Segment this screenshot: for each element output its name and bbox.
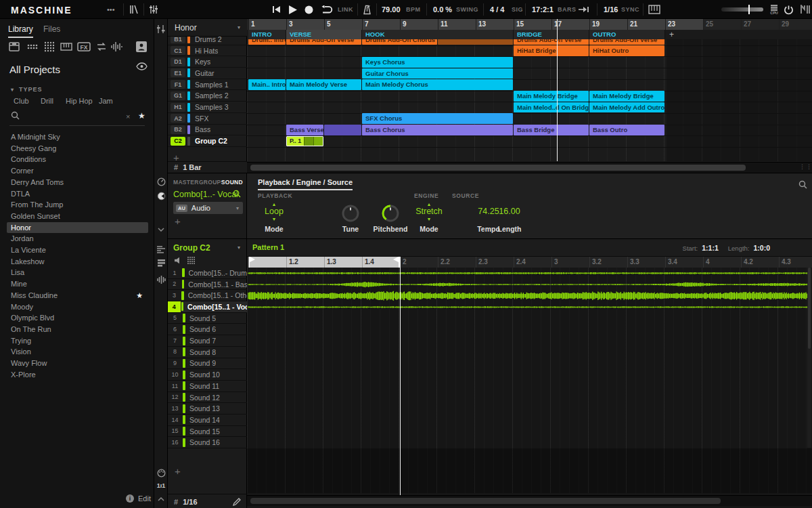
sound-name[interactable]: Sound 7 <box>189 337 216 345</box>
loop-end-flag[interactable] <box>393 257 400 268</box>
type-chip-drill[interactable]: Drill <box>41 97 53 105</box>
project-item[interactable]: Mine <box>7 278 148 290</box>
sound-row-1[interactable]: 1Combo[15..- Drums <box>168 268 247 279</box>
project-item[interactable]: Trying <box>7 335 148 347</box>
group-row-D1[interactable]: D1Keys <box>168 56 247 68</box>
collapse-bottom-icon[interactable] <box>154 497 168 501</box>
power-icon[interactable] <box>784 3 794 16</box>
group-name-header[interactable]: Group C2 <box>173 243 210 253</box>
restart-icon[interactable] <box>272 3 281 16</box>
type-chip-jam[interactable]: Jam <box>99 97 113 105</box>
channel-icon[interactable] <box>154 177 168 186</box>
project-item[interactable]: On The Run <box>7 324 148 335</box>
project-item[interactable]: Lisa <box>7 267 148 278</box>
group-name[interactable]: Bass <box>195 125 210 133</box>
metronome-icon[interactable] <box>362 3 372 16</box>
tab-library[interactable]: Library <box>8 24 33 38</box>
group-row-E1[interactable]: E1Guitar <box>168 68 247 79</box>
clip-main-melody-bridge[interactable]: Main Melody Bridge <box>514 91 589 102</box>
sound-number[interactable]: 11 <box>168 381 182 392</box>
loop-icon[interactable] <box>319 3 334 16</box>
clip-keys-chorus[interactable]: Keys Chorus <box>362 57 513 68</box>
sound-number[interactable]: 8 <box>168 346 182 358</box>
group-badge[interactable]: G1 <box>171 91 185 100</box>
add-sound-button[interactable]: + <box>175 465 181 477</box>
sound-number[interactable]: 7 <box>168 335 182 347</box>
sound-row-14[interactable]: 14Sound 14 <box>168 415 247 426</box>
sound-name[interactable]: Sound 5 <box>189 314 216 322</box>
ideas-view-icon[interactable] <box>154 24 168 34</box>
sound-row-13[interactable]: 13Sound 13 <box>168 403 247 415</box>
arranger-playhead[interactable] <box>557 19 558 161</box>
filter-instruments-icon[interactable] <box>60 41 72 53</box>
type-chip-hiphop[interactable]: Hip Hop <box>66 97 93 105</box>
project-item[interactable]: Moody <box>7 301 148 313</box>
project-item[interactable]: DTLA <box>7 188 148 200</box>
more-menu-icon[interactable]: ••• <box>107 3 115 16</box>
clip-bass-chorus[interactable]: Bass Chorus <box>362 125 513 135</box>
sound-row-16[interactable]: 16Sound 16 <box>168 438 247 449</box>
sound-name[interactable]: Combo[15..1 - Bass <box>188 280 247 289</box>
sound-row-3[interactable]: 3Combo[15..1 - Other <box>168 290 247 301</box>
arranger-hscrollbar[interactable]: ⋮⋮⋮ <box>247 162 812 173</box>
sound-name[interactable]: Combo[15..1 - Vocal <box>187 303 247 311</box>
sound-number[interactable]: 10 <box>168 369 182 381</box>
sound-name[interactable]: Sound 15 <box>189 427 220 436</box>
stretch-mode-param[interactable]: ▲ Stretch ▼ <box>409 202 449 221</box>
edit-label[interactable]: Edit <box>138 494 151 503</box>
sound-number[interactable]: 9 <box>168 358 182 369</box>
sound-name[interactable]: Combo[15..- Drums <box>189 269 247 277</box>
group-name[interactable]: Samples 2 <box>195 91 229 100</box>
sound-row-11[interactable]: 11Sound 11 <box>168 381 247 392</box>
filter-sounds-icon[interactable] <box>43 41 55 53</box>
project-item[interactable]: Vision <box>7 346 148 358</box>
project-item[interactable]: Corner <box>7 165 148 177</box>
arranger-view-icon[interactable] <box>154 245 168 253</box>
sound-row-10[interactable]: 10Sound 10 <box>168 369 247 381</box>
clip-bass-verse[interactable]: Bass Verse <box>286 125 323 135</box>
group-quantize-value[interactable]: 1 Bar <box>183 163 202 171</box>
pad-grid-icon[interactable] <box>187 256 196 265</box>
plugin-slot-dropdown[interactable]: AU Audio ▾ <box>173 202 243 214</box>
pattern-quantize-value[interactable]: 1/16 <box>183 498 197 506</box>
sound-number[interactable]: 15 <box>168 425 182 437</box>
section-verse[interactable]: VERSE <box>286 30 362 39</box>
clip-bass-bridge[interactable]: Bass Bridge <box>514 125 589 135</box>
browser-toggle-icon[interactable] <box>129 3 139 16</box>
project-item[interactable]: Conditions <box>7 154 148 165</box>
sound-number[interactable]: 2 <box>168 278 181 290</box>
pattern-start-value[interactable]: 1:1:1 <box>702 244 719 252</box>
clip-p-1[interactable]: P.. 1 <box>286 136 323 147</box>
clip-hihat-bridge[interactable]: HiHat Bridge <box>514 45 589 56</box>
group-name[interactable]: Hi Hats <box>195 47 218 55</box>
clip-hihat-outro[interactable]: HiHat Outro <box>589 45 664 56</box>
group-row-G1[interactable]: G1Samples 2 <box>168 91 247 102</box>
pattern-quantize-footer[interactable]: # 1/16 <box>168 494 247 508</box>
search-clear-icon[interactable]: × <box>126 112 130 121</box>
bars-position-value[interactable]: 17:2:1 <box>532 5 554 14</box>
section-intro[interactable]: INTRO <box>248 30 286 39</box>
group-badge[interactable]: D1 <box>171 58 185 66</box>
mute-speaker-icon[interactable] <box>174 257 182 264</box>
sampler-view-icon[interactable] <box>154 275 168 284</box>
group-row-A2[interactable]: A2SFX <box>168 113 247 125</box>
add-section-button[interactable]: + <box>669 30 674 39</box>
pattern-hscroll-thumb[interactable] <box>250 498 721 504</box>
clip-bass-outro[interactable]: Bass Outro <box>589 125 664 135</box>
search-favorites-icon[interactable]: ★ <box>138 111 145 121</box>
project-item[interactable]: X-Plore <box>7 369 148 381</box>
sound-name[interactable]: Sound 12 <box>189 394 220 402</box>
project-item[interactable]: La Vicente <box>7 245 148 256</box>
group-name[interactable]: Samples 3 <box>195 103 229 111</box>
filter-loops-icon[interactable] <box>95 41 108 53</box>
clip-sfx-chorus[interactable]: SFX Chorus <box>362 113 513 124</box>
sound-name[interactable]: Sound 10 <box>189 371 220 379</box>
length-param[interactable]: 16.00 <box>489 207 530 217</box>
filter-projects-icon[interactable] <box>8 41 20 53</box>
clip-main-melody-add-outro[interactable]: Main Melody Add Outro <box>589 102 664 113</box>
clip-guitar-chorus[interactable]: Guitar Chorus <box>362 68 513 79</box>
sound-number[interactable]: 13 <box>168 403 182 415</box>
project-item[interactable]: Olympic Blvd <box>7 312 148 324</box>
panel-resize-grip[interactable]: ⋮⋮⋮ <box>799 163 812 170</box>
search-input[interactable] <box>24 111 119 122</box>
